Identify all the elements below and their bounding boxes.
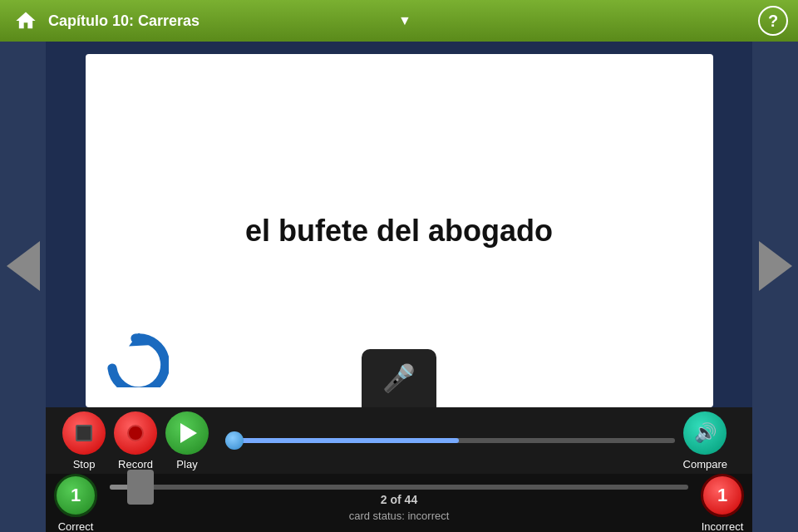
flashcard: el bufete del abogado 🎤 [86, 54, 713, 407]
incorrect-circle: 1 [701, 474, 744, 517]
stop-label: Stop [73, 458, 96, 470]
playback-slider-track [225, 438, 675, 443]
play-icon [180, 423, 197, 443]
replay-icon [102, 329, 169, 387]
help-button[interactable]: ? [758, 6, 788, 36]
incorrect-label: Incorrect [702, 520, 744, 533]
card-progress-slider[interactable]: 2 of 44 card status: incorrect [110, 485, 688, 522]
chapter-title: Capítulo 10: Carreras [48, 12, 395, 30]
right-arrow-icon [759, 241, 792, 291]
replay-button[interactable] [102, 329, 169, 391]
microphone-overlay: 🎤 [362, 349, 436, 407]
incorrect-button[interactable]: 1 Incorrect [701, 474, 744, 533]
card-progress: 2 of 44 [381, 493, 417, 506]
card-status: card status: incorrect [349, 510, 450, 522]
playback-slider-thumb [225, 431, 244, 450]
stop-button[interactable]: Stop [62, 411, 106, 470]
controls-bar: Stop Record Play 🔊 [46, 407, 752, 474]
left-arrow-icon [7, 241, 40, 291]
record-circle [114, 411, 157, 455]
status-bar: 1 Correct 2 of 44 card status: incorrect… [46, 474, 752, 532]
dropdown-icon[interactable]: ▼ [398, 13, 411, 28]
prev-arrow-button[interactable] [0, 237, 46, 295]
compare-circle: 🔊 [683, 411, 727, 455]
play-label: Play [176, 458, 197, 470]
compare-label: Compare [683, 458, 727, 470]
play-circle [165, 411, 209, 455]
record-label: Record [118, 458, 153, 470]
main-content: el bufete del abogado 🎤 Stop Record P [46, 42, 752, 532]
compare-button[interactable]: 🔊 Compare [683, 411, 727, 470]
playback-slider-fill [225, 438, 459, 443]
speaker-icon: 🔊 [694, 422, 717, 444]
play-button[interactable]: Play [165, 411, 209, 470]
progress-slider-thumb [127, 470, 154, 505]
correct-count: 1 [71, 485, 81, 506]
app-header: Capítulo 10: Carreras ▼ ? [0, 0, 798, 42]
playback-slider-container[interactable] [225, 438, 675, 443]
correct-label: Correct [58, 520, 94, 533]
stop-icon [76, 425, 92, 441]
mic-icon: 🎤 [382, 362, 416, 394]
progress-slider-track [110, 485, 688, 490]
next-arrow-button[interactable] [752, 237, 798, 295]
record-button[interactable]: Record [114, 411, 157, 470]
correct-button[interactable]: 1 Correct [54, 474, 97, 533]
incorrect-count: 1 [717, 485, 727, 506]
record-icon [127, 425, 144, 441]
home-button[interactable] [10, 5, 42, 37]
stop-circle [62, 411, 106, 455]
home-icon [14, 9, 37, 32]
correct-circle: 1 [54, 474, 97, 517]
card-word: el bufete del abogado [229, 197, 569, 265]
